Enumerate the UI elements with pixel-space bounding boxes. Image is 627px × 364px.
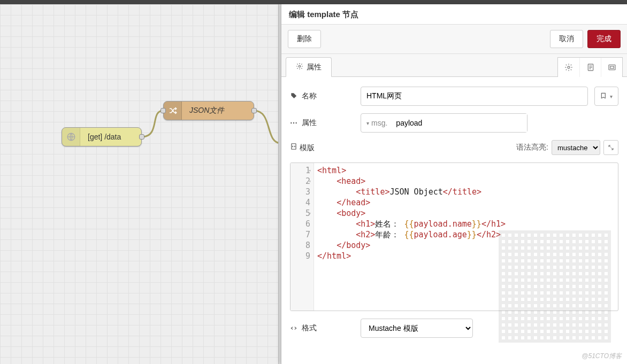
row-property: ⋯ 属性 ▾ msg. (290, 113, 618, 133)
file-code-icon (290, 143, 300, 152)
caret-down-icon: ▾ (610, 94, 613, 99)
svg-rect-4 (609, 65, 615, 69)
edit-panel: 编辑 template 节点 删除 取消 完成 属性 (281, 4, 627, 364)
name-input[interactable] (361, 87, 588, 106)
row-name: 名称 ▾ (290, 87, 618, 106)
code-icon (290, 324, 299, 332)
book-icon (600, 92, 608, 101)
bookmark-button[interactable]: ▾ (594, 87, 618, 106)
type-prefix: msg. (371, 119, 387, 127)
syntax-label: 语法高亮: (516, 143, 548, 152)
svg-point-2 (568, 66, 570, 68)
gear-icon (296, 63, 303, 72)
panel-tabs: 属性 (281, 54, 627, 77)
node-json-label: JSON文件 (182, 106, 232, 115)
caret-down-icon: ▾ (366, 120, 369, 126)
row-format: 格式 Mustache 模版 (290, 319, 618, 338)
panel-action-bar: 删除 取消 完成 (281, 25, 627, 54)
template-label: 模版 (300, 143, 315, 152)
globe-icon (62, 128, 80, 146)
node-http-in[interactable]: [get] /data (62, 127, 142, 146)
tab-properties-label: 属性 (307, 63, 322, 72)
node-json[interactable]: JSON文件 (163, 101, 254, 120)
ellipsis-icon: ⋯ (290, 119, 299, 127)
settings-icon[interactable] (558, 58, 579, 77)
node-http-label: [get] /data (80, 133, 128, 141)
properties-form: 名称 ▾ ⋯ 属性 ▾ msg. (281, 77, 627, 343)
done-button[interactable]: 完成 (587, 30, 621, 48)
node-port-out[interactable] (251, 108, 257, 113)
tab-tools (557, 57, 623, 77)
property-input[interactable] (392, 114, 527, 132)
node-port-out[interactable] (139, 134, 144, 140)
name-label: 名称 (302, 91, 317, 101)
shuffle-icon (164, 102, 182, 120)
node-port-in[interactable] (160, 108, 166, 113)
appearance-icon[interactable] (601, 58, 622, 77)
row-template-header: 模版 语法高亮: mustache (290, 140, 618, 155)
description-icon[interactable] (579, 58, 601, 77)
window-chrome (0, 0, 627, 4)
svg-rect-5 (610, 66, 614, 68)
delete-button[interactable]: 删除 (288, 30, 321, 48)
cancel-button[interactable]: 取消 (550, 30, 583, 48)
panel-title: 编辑 template 节点 (281, 4, 627, 25)
expand-editor-button[interactable] (603, 140, 618, 155)
format-select[interactable]: Mustache 模版 (361, 319, 473, 338)
tab-properties[interactable]: 属性 (286, 57, 332, 77)
tag-icon (290, 92, 299, 100)
template-editor[interactable]: 123456789 <html> <head> <title>JSON Obje… (290, 162, 618, 311)
svg-point-1 (299, 65, 301, 67)
wire-layer (0, 4, 281, 364)
syntax-select[interactable]: mustache (552, 140, 600, 155)
format-label: 格式 (302, 323, 317, 333)
flow-canvas[interactable]: [get] /data JSON文件 (0, 4, 281, 364)
editor-code[interactable]: <html> <head> <title>JSON Object</title>… (314, 163, 618, 311)
property-typedinput[interactable]: ▾ msg. (361, 113, 527, 133)
editor-gutter: 123456789 (290, 163, 314, 311)
type-selector[interactable]: ▾ msg. (361, 119, 392, 127)
property-label: 属性 (302, 118, 317, 128)
